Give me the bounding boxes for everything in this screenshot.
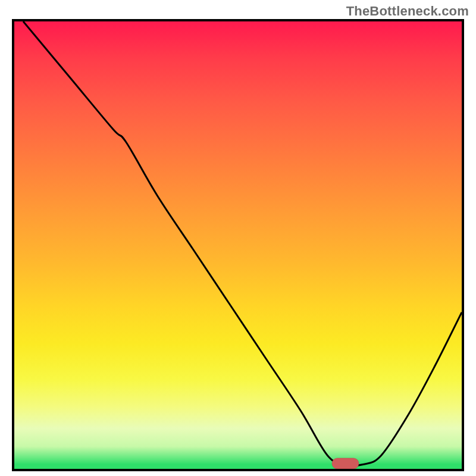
watermark-text: TheBottleneck.com [346,4,469,19]
heat-gradient [14,21,462,469]
plot-inner [14,21,462,469]
chart-container: TheBottleneck.com [0,0,476,476]
bottleneck-plot [12,19,464,471]
